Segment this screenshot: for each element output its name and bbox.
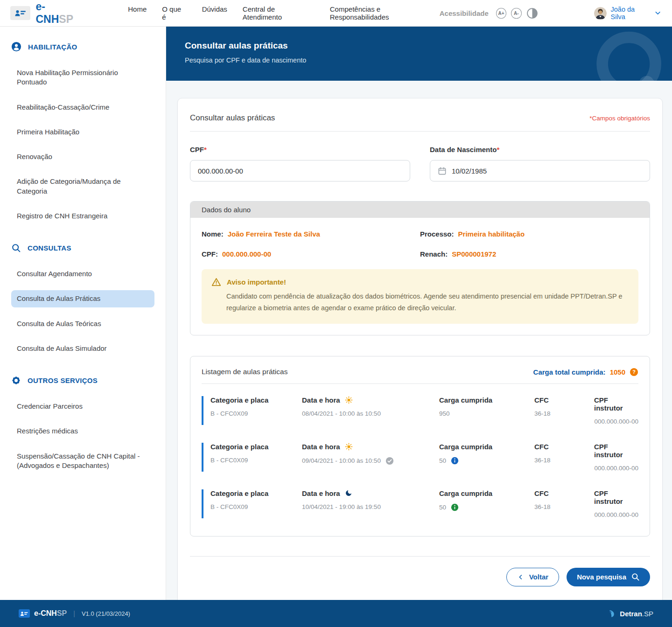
search-icon [631, 572, 640, 581]
ecnh-logo-text: e-CNHSP [35, 0, 82, 26]
sidebar-section-consultas: CONSULTAS [11, 238, 154, 258]
lesson-cfc-cell: CFC 36-18 [534, 396, 594, 425]
app-window: e-CNHSP Home O que é Dúvidas Central de … [0, 0, 672, 627]
sidebar-item-consulta-aulas-teoricas[interactable]: Consulta de Aulas Teóricas [11, 315, 154, 332]
nav-o-que-e[interactable]: O que é [162, 5, 186, 21]
check-circle-icon [385, 457, 394, 465]
nav-home[interactable]: Home [128, 5, 147, 21]
lessons-list-panel: Listagem de aulas práticas Carga total c… [190, 356, 650, 536]
cpf-input[interactable]: 000.000.00-00 [190, 160, 410, 181]
sidebar-section-habilitacao: HABILITAÇÃO [11, 37, 154, 56]
lesson-category-cell: Categoria e placa B - CFC0X09 [210, 443, 302, 472]
gear-icon [11, 376, 21, 385]
footer-logo-text: e-CNHSP [34, 609, 67, 618]
card-title: Consultar aulas práticas [190, 113, 275, 123]
lessons-list-title: Listagem de aulas práticas [202, 368, 287, 376]
student-cpf: CPF:000.000.000-00 [202, 250, 420, 258]
sidebar-item-consultar-agendamento[interactable]: Consultar Agendamento [11, 265, 154, 282]
warning-icon [212, 278, 221, 286]
sun-icon [345, 396, 353, 404]
lesson-datetime-cell: Data e hora 10/04/2021 - 19:00 às 19:50 [302, 489, 439, 518]
nav-duvidas[interactable]: Dúvidas [202, 5, 227, 21]
warning-title-row: Aviso importante! [212, 278, 628, 286]
contrast-toggle-icon[interactable] [526, 7, 538, 19]
birthdate-input[interactable]: 10/02/1985 [430, 160, 650, 181]
student-renach: Renach:SP000001972 [420, 250, 638, 258]
ecnh-footer-logo-icon [19, 609, 30, 618]
sidebar-section-outros-servicos: OUTROS SERVIÇOS [11, 371, 154, 390]
sidebar-item-primeira-habilitacao[interactable]: Primeira Habilitação [11, 124, 154, 140]
sidebar-item-nova-habilitacao[interactable]: Nova Habilitação Permissionário Pontuado [11, 64, 154, 91]
student-data-panel: Dados do aluno Nome:João Ferreira Teste … [190, 201, 650, 335]
birthdate-field: Data de Nascimento* 10/02/1985 [430, 146, 650, 181]
header-right: Acessibilidade A+ A- João da Silva [440, 6, 662, 21]
footer: e-CNHSP | V1.0 (21/03/2024) Detran.SP [0, 600, 672, 627]
lesson-category-cell: Categoria e placa B - CFC0X09 [210, 396, 302, 425]
person-icon [11, 42, 21, 52]
info-icon[interactable] [451, 503, 459, 511]
user-menu[interactable]: João da Silva [594, 6, 662, 21]
sun-icon [345, 443, 353, 451]
search-form: CPF* 000.000.00-00 Data de Nascimento* 1… [190, 146, 650, 181]
sidebar-item-credenciar-parceiros[interactable]: Credenciar Parceiros [11, 398, 154, 415]
sidebar-item-suspensao-cassacao[interactable]: Suspensão/Cassação de CNH Capital - (Adv… [11, 448, 151, 474]
required-fields-note: *Campos obrigatórios [589, 115, 650, 122]
accessibility-label: Acessibilidade [440, 9, 489, 17]
lesson-datetime-cell: Data e hora 09/04/2021 - 10:00 às 10:50 [302, 443, 439, 472]
chevron-down-icon [654, 9, 662, 17]
consulta-card: Consultar aulas práticas *Campos obrigat… [177, 98, 663, 608]
nav-central-atendimento[interactable]: Central de Atendimento [243, 5, 315, 21]
lessons-list-header: Listagem de aulas práticas Carga total c… [202, 368, 638, 384]
lesson-datetime-cell: Data e hora 08/04/2021 - 10:00 às 10:50 [302, 396, 439, 425]
page-title: Consultar aulas práticas [185, 41, 653, 51]
lesson-load-cell: Carga cumprida 50 [439, 443, 534, 472]
lesson-instructor-cell: CPF instrutor 000.000.000-00 [594, 443, 638, 472]
sidebar-item-consulta-aulas-simulador[interactable]: Consulta de Aulas Simulador [11, 340, 154, 357]
student-fields: Nome:João Ferreira Teste da Silva Proces… [202, 230, 638, 258]
lesson-category-cell: Categoria e placa B - CFC0X09 [210, 489, 302, 518]
svg-text:?: ? [632, 369, 636, 375]
font-decrease-button[interactable]: A- [511, 8, 521, 19]
lesson-load-cell: Carga cumprida 50 [439, 489, 534, 518]
content: Consultar aulas práticas *Campos obrigat… [166, 81, 672, 618]
back-button[interactable]: Voltar [506, 568, 559, 586]
sidebar-item-adicao-categoria[interactable]: Adição de Categoria/Mudança de Categoria [11, 173, 154, 200]
cpf-label: CPF* [190, 146, 410, 153]
page-banner: Consultar aulas práticas Pesquisa por CP… [166, 27, 672, 81]
actions-divider [190, 556, 650, 557]
main-area: Consultar aulas práticas Pesquisa por CP… [166, 27, 672, 600]
student-process: Processo:Primeira habilitação [420, 230, 638, 238]
sidebar: HABILITAÇÃO Nova Habilitação Permissioná… [0, 27, 166, 600]
total-load-value: 1050 [610, 368, 625, 376]
sidebar-item-reabilitacao[interactable]: Reabilitação-Cassação/Crime [11, 99, 154, 116]
sidebar-item-restricoes-medicas[interactable]: Restrições médicas [11, 423, 154, 439]
lesson-load-cell: Carga cumprida 950 [439, 396, 534, 425]
search-icon [11, 243, 21, 253]
lesson-cfc-cell: CFC 36-18 [534, 443, 594, 472]
font-increase-button[interactable]: A+ [496, 8, 506, 19]
lesson-instructor-cell: CPF instrutor 000.000.000-00 [594, 489, 638, 518]
total-load: Carga total cumprida: 1050 ? [533, 368, 638, 376]
avatar [594, 7, 607, 20]
sidebar-item-registro-cnh-estrangeira[interactable]: Registro de CNH Estrangeira [11, 208, 154, 224]
sidebar-item-renovacao[interactable]: Renovação [11, 148, 154, 165]
calendar-icon [438, 167, 447, 175]
biometrics-warning: Aviso importante! Candidato com pendênci… [202, 269, 638, 324]
new-search-button[interactable]: Nova pesquisa [567, 568, 650, 586]
nav-competencias[interactable]: Competências e Responsabilidades [330, 5, 440, 21]
footer-separator: | [73, 610, 75, 617]
detran-mark-icon [607, 609, 616, 618]
warning-title: Aviso importante! [227, 278, 286, 286]
info-icon[interactable] [451, 457, 459, 465]
ecnh-logo-icon [10, 6, 30, 20]
lesson-row: Categoria e placa B - CFC0X09 Data e hor… [202, 396, 638, 425]
help-icon[interactable]: ? [630, 368, 638, 376]
main-nav: Home O que é Dúvidas Central de Atendime… [128, 5, 440, 21]
lesson-cfc-cell: CFC 36-18 [534, 489, 594, 518]
page-subtitle: Pesquisa por CPF e data de nascimento [185, 56, 653, 64]
cpf-field: CPF* 000.000.00-00 [190, 146, 410, 181]
sidebar-item-consulta-aulas-praticas[interactable]: Consulta de Aulas Práticas [11, 290, 154, 307]
lesson-row: Categoria e placa B - CFC0X09 Data e hor… [202, 489, 638, 518]
user-name: João da Silva [611, 6, 650, 21]
card-header: Consultar aulas práticas *Campos obrigat… [190, 111, 650, 132]
